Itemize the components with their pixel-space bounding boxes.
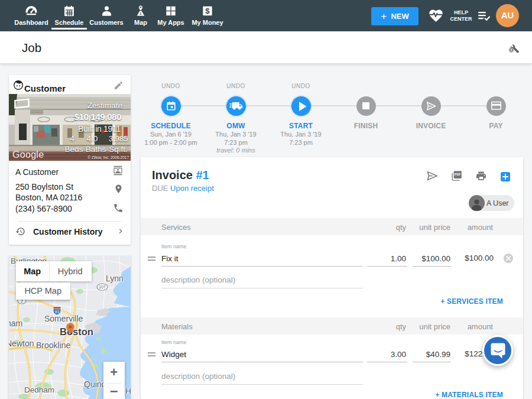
svg-text:107: 107: [99, 285, 106, 289]
svg-text:$: $: [205, 7, 210, 15]
svg-text:93: 93: [55, 310, 60, 314]
svg-text:PDF: PDF: [455, 173, 462, 176]
